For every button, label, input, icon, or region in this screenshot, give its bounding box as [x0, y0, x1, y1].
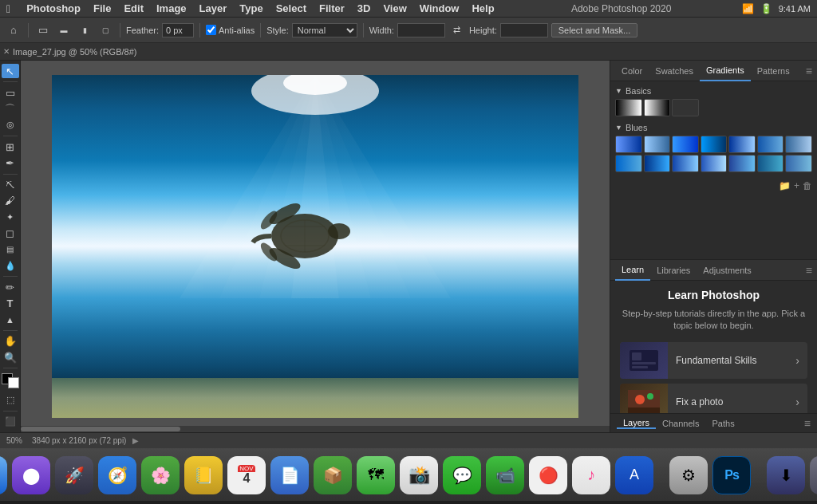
background-color[interactable] — [8, 377, 19, 388]
tab-gradients[interactable]: Gradients — [700, 61, 751, 81]
menu-item-image[interactable]: Image — [150, 2, 193, 14]
gradient-swatch[interactable] — [644, 99, 671, 116]
tool-brush[interactable]: 🖌 — [2, 194, 19, 208]
menu-item-select[interactable]: Select — [270, 2, 313, 14]
select-mask-button[interactable]: Select and Mask... — [551, 23, 638, 37]
tab-color[interactable]: Color — [615, 61, 649, 81]
menu-item-edit[interactable]: Edit — [117, 2, 150, 14]
scroll-thumb-horizontal[interactable] — [21, 427, 180, 431]
tool-eyedropper[interactable]: ✒ — [2, 156, 19, 170]
marquee-rect-icon[interactable]: ▭ — [34, 22, 52, 39]
panel-options-icon[interactable]: ≡ — [806, 65, 812, 77]
tab-patterns[interactable]: Patterns — [751, 61, 796, 81]
tutorial-fundamental-skills[interactable]: Fundamental Skills › — [620, 342, 807, 379]
dock-appstore[interactable]: A — [615, 456, 653, 494]
tool-hand[interactable]: ✋ — [2, 334, 19, 348]
canvas-image[interactable] — [52, 75, 578, 418]
gradient-swatch[interactable] — [672, 99, 699, 116]
dock-launchpad[interactable]: 🚀 — [55, 456, 93, 494]
style-select[interactable]: Normal Fixed Ratio Fixed Size — [292, 23, 357, 37]
dock-downloads[interactable]: ⬇ — [767, 456, 805, 494]
menu-item-3d[interactable]: 3D — [351, 2, 377, 14]
tool-pen[interactable]: ✏ — [2, 280, 19, 294]
dock-system-preferences[interactable]: ⚙ — [669, 456, 708, 494]
gradient-swatch[interactable] — [785, 136, 812, 153]
marquee-row-icon[interactable]: ▬ — [55, 22, 73, 39]
tab-paths[interactable]: Paths — [706, 419, 741, 428]
dock-files[interactable]: 📄 — [270, 456, 309, 494]
tool-blur[interactable]: 💧 — [2, 258, 19, 273]
menu-item-view[interactable]: View — [377, 2, 412, 14]
dock-news[interactable]: 🔴 — [529, 456, 567, 494]
tool-zoom[interactable]: 🔍 — [2, 350, 19, 364]
basics-group-header[interactable]: ▼ Basics — [615, 86, 812, 96]
tab-learn[interactable]: Learn — [615, 260, 650, 281]
menu-item-help[interactable]: Help — [465, 2, 500, 14]
dock-photos[interactable]: 🌸 — [141, 456, 180, 494]
tool-quick-select[interactable]: ◎ — [2, 118, 19, 132]
gradient-swatch[interactable] — [728, 155, 756, 172]
swap-icon[interactable]: ⇄ — [448, 22, 466, 39]
antialias-checkbox-area[interactable]: Anti-alias — [206, 25, 255, 35]
dock-safari[interactable]: 🧭 — [98, 456, 136, 494]
tab-layers[interactable]: Layers — [617, 418, 656, 429]
dock-maps[interactable]: 🗺 — [357, 456, 395, 494]
gradient-swatch[interactable] — [615, 155, 642, 172]
dock-calendar[interactable]: NOV 4 — [227, 456, 266, 494]
feather-input[interactable] — [162, 23, 194, 37]
dock-finder[interactable]: 😊 — [0, 456, 7, 494]
menu-item-filter[interactable]: Filter — [313, 2, 351, 14]
gradient-swatch[interactable] — [672, 136, 699, 153]
dock-facetime[interactable]: 📹 — [486, 456, 524, 494]
gradient-swatch[interactable] — [644, 136, 671, 153]
gradient-swatch[interactable] — [701, 136, 728, 153]
document-tab[interactable]: Image_27.jpg @ 50% (RGB/8#) — [13, 47, 136, 57]
gradient-swatch[interactable] — [644, 155, 671, 172]
tool-lasso[interactable]: ⌒ — [2, 101, 19, 116]
menu-item-type[interactable]: Type — [233, 2, 269, 14]
status-arrow-icon[interactable]: ▶ — [132, 436, 139, 445]
tool-healing[interactable]: ⛏ — [2, 177, 19, 191]
dock-photos2[interactable]: 📸 — [400, 456, 438, 494]
gradient-swatch[interactable] — [615, 136, 642, 153]
foreground-background-colors[interactable] — [2, 373, 19, 388]
marquee-col-icon[interactable]: ▮ — [76, 22, 93, 39]
gradient-swatch[interactable] — [785, 155, 812, 172]
gradient-swatch[interactable] — [701, 155, 728, 172]
new-group-icon[interactable]: 📁 — [779, 180, 791, 191]
tab-libraries[interactable]: Libraries — [650, 260, 697, 281]
tab-swatches[interactable]: Swatches — [649, 61, 700, 81]
tool-move[interactable]: ↖ — [2, 64, 19, 78]
home-icon[interactable]: ⌂ — [5, 22, 22, 39]
tool-marquee[interactable]: ▭ — [2, 85, 19, 100]
horizontal-scrollbar[interactable] — [21, 426, 610, 432]
tab-channels[interactable]: Channels — [656, 419, 705, 428]
tool-text[interactable]: T — [2, 296, 19, 310]
tool-eraser[interactable]: ◻ — [2, 226, 19, 240]
tab-adjustments[interactable]: Adjustments — [697, 260, 758, 281]
tool-crop[interactable]: ⊞ — [2, 140, 19, 154]
dock-store[interactable]: 📦 — [314, 456, 352, 494]
menu-item-window[interactable]: Window — [413, 2, 466, 14]
menu-item-file[interactable]: File — [87, 2, 117, 14]
gradient-swatch[interactable] — [672, 155, 699, 172]
marquee-frame-icon[interactable]: ▢ — [97, 22, 114, 39]
tool-gradient[interactable]: ▤ — [2, 242, 19, 257]
dock-music[interactable]: ♪ — [572, 456, 610, 494]
bottom-panel-options-icon[interactable]: ≡ — [804, 417, 811, 430]
delete-gradient-icon[interactable]: 🗑 — [803, 180, 812, 191]
quick-mask-icon[interactable]: ⬚ — [2, 393, 19, 408]
antialias-checkbox[interactable] — [206, 25, 216, 35]
new-gradient-icon[interactable]: + — [794, 180, 799, 191]
tab-close-icon[interactable]: ✕ — [3, 47, 10, 56]
height-input[interactable] — [500, 23, 548, 37]
tutorial-fix-photo[interactable]: Fix a photo › — [620, 384, 807, 413]
apple-logo-icon[interactable]:  — [6, 2, 10, 15]
dock-photoshop[interactable]: Ps — [712, 456, 751, 494]
dock-messages[interactable]: 💬 — [443, 456, 481, 494]
dock-trash[interactable]: 🗑 — [810, 456, 817, 494]
gradient-swatch[interactable] — [757, 136, 784, 153]
tool-stamp[interactable]: ✦ — [2, 210, 19, 224]
dock-siri[interactable]: ⬤ — [12, 456, 50, 494]
gradient-swatch[interactable] — [728, 136, 756, 153]
